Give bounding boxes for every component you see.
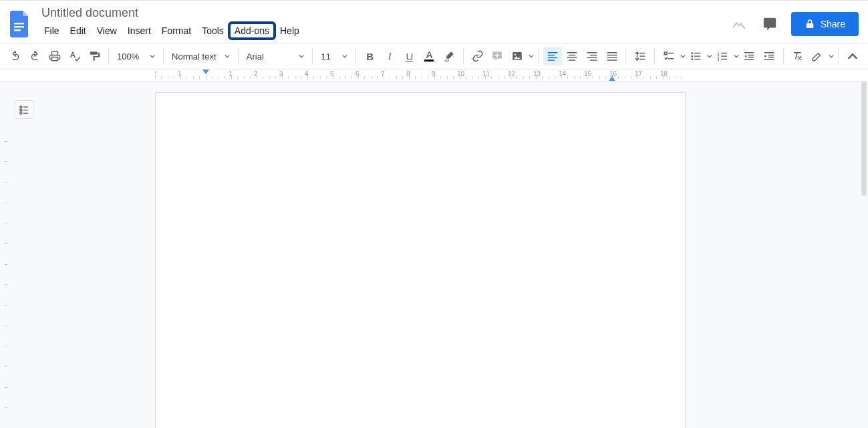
document-page[interactable] xyxy=(155,92,686,428)
separator xyxy=(783,49,784,64)
separator xyxy=(108,49,109,64)
redo-button[interactable] xyxy=(26,47,45,66)
menu-help[interactable]: Help xyxy=(275,23,305,39)
menu-format[interactable]: Format xyxy=(156,23,196,39)
comments-icon[interactable] xyxy=(760,15,779,33)
document-title[interactable]: Untitled document xyxy=(37,5,305,21)
svg-rect-5 xyxy=(665,52,668,55)
insert-image-button[interactable] xyxy=(507,47,534,66)
font-size-value: 11 xyxy=(321,51,330,62)
svg-rect-2 xyxy=(14,29,21,31)
collapse-toolbar-button[interactable] xyxy=(843,47,862,66)
menu-insert[interactable]: Insert xyxy=(122,23,156,39)
font-size-select[interactable]: 11 xyxy=(317,47,351,66)
indent-marker-first-line[interactable] xyxy=(202,70,209,74)
lock-icon xyxy=(805,19,815,29)
vertical-ruler[interactable] xyxy=(0,82,11,428)
vruler-segment xyxy=(0,407,11,428)
separator xyxy=(355,49,356,64)
ruler-segment: 6 xyxy=(358,70,384,81)
menu-tools[interactable]: Tools xyxy=(196,23,229,39)
editing-mode-button[interactable] xyxy=(807,47,834,66)
checklist-button[interactable] xyxy=(659,47,686,66)
menu-add-ons[interactable]: Add-ons xyxy=(229,23,275,39)
align-justify-button[interactable] xyxy=(603,47,621,66)
spellcheck-button[interactable] xyxy=(65,47,84,66)
align-right-button[interactable] xyxy=(583,47,601,66)
svg-rect-13 xyxy=(20,109,22,111)
svg-point-8 xyxy=(692,58,694,60)
menu-file[interactable]: File xyxy=(39,23,65,39)
separator xyxy=(463,49,464,64)
vruler-segment xyxy=(0,284,11,305)
paragraph-style-select[interactable]: Normal text xyxy=(168,47,234,66)
decrease-indent-button[interactable] xyxy=(740,47,758,66)
ruler-segment: 9 xyxy=(434,70,460,81)
ruler-segment: 2 xyxy=(155,70,180,81)
scrollbar-thumb[interactable] xyxy=(861,82,867,196)
share-button-label: Share xyxy=(821,19,845,29)
text-color-button[interactable]: A xyxy=(420,47,439,66)
font-family-value: Arial xyxy=(247,51,264,62)
clear-formatting-button[interactable] xyxy=(788,47,807,66)
increase-indent-button[interactable] xyxy=(760,47,778,66)
docs-logo-icon[interactable] xyxy=(7,8,33,40)
ruler-segment: 11 xyxy=(485,70,511,81)
title-column: Untitled document File Edit View Insert … xyxy=(37,5,305,43)
ruler-segment: 4 xyxy=(307,70,333,81)
separator xyxy=(238,49,239,64)
vruler-segment xyxy=(0,387,11,408)
work-area xyxy=(0,82,868,428)
title-bar-right: Share xyxy=(730,12,861,36)
vruler-segment xyxy=(0,243,11,264)
vruler-segment xyxy=(0,223,11,243)
paint-format-button[interactable] xyxy=(85,47,104,66)
svg-rect-1 xyxy=(14,26,24,27)
ruler-segment: 18 xyxy=(663,70,688,81)
line-spacing-button[interactable] xyxy=(630,47,650,66)
ruler-segment: 8 xyxy=(409,70,434,81)
align-left-button[interactable] xyxy=(543,47,562,66)
ruler-segment: 3 xyxy=(282,70,307,81)
svg-point-4 xyxy=(515,54,516,56)
print-button[interactable] xyxy=(45,47,64,66)
horizontal-ruler[interactable]: 21123456789101112131415161718 xyxy=(0,70,868,82)
toolbar: 100% Normal text Arial 11 B I U A xyxy=(0,43,868,70)
vruler-segment xyxy=(0,161,11,182)
chevron-down-icon xyxy=(707,54,712,59)
separator xyxy=(654,49,655,64)
menu-edit[interactable]: Edit xyxy=(65,23,92,39)
separator xyxy=(625,49,626,64)
separator xyxy=(838,49,839,64)
zoom-select[interactable]: 100% xyxy=(113,47,159,66)
chevron-down-icon xyxy=(299,54,304,59)
share-button[interactable]: Share xyxy=(791,12,859,36)
align-center-button[interactable] xyxy=(563,47,582,66)
activity-icon[interactable] xyxy=(730,15,748,33)
vruler-segment xyxy=(0,346,11,366)
bulleted-list-button[interactable] xyxy=(686,47,712,66)
insert-link-button[interactable] xyxy=(468,47,487,66)
vruler-segment xyxy=(0,203,11,223)
ruler-segment: 17 xyxy=(637,70,663,81)
chevron-down-icon xyxy=(829,54,834,59)
document-outline-button[interactable] xyxy=(15,100,33,119)
undo-button[interactable] xyxy=(6,47,25,66)
ruler-segment: 10 xyxy=(460,70,485,81)
vruler-segment xyxy=(0,326,11,346)
underline-button[interactable]: U xyxy=(400,47,419,66)
insert-comment-button[interactable] xyxy=(488,47,507,66)
indent-marker-right[interactable] xyxy=(609,76,615,81)
ruler-segment: 14 xyxy=(561,70,587,81)
highlight-color-button[interactable] xyxy=(440,47,458,66)
numbered-list-button[interactable]: 123 xyxy=(712,47,739,66)
zoom-value: 100% xyxy=(117,51,139,62)
font-family-select[interactable]: Arial xyxy=(243,47,309,66)
ruler-segment xyxy=(206,70,231,81)
separator xyxy=(312,49,313,64)
svg-point-7 xyxy=(692,56,694,58)
vruler-segment xyxy=(0,141,11,162)
menu-view[interactable]: View xyxy=(92,23,122,39)
italic-button[interactable]: I xyxy=(380,47,399,66)
bold-button[interactable]: B xyxy=(361,47,380,66)
